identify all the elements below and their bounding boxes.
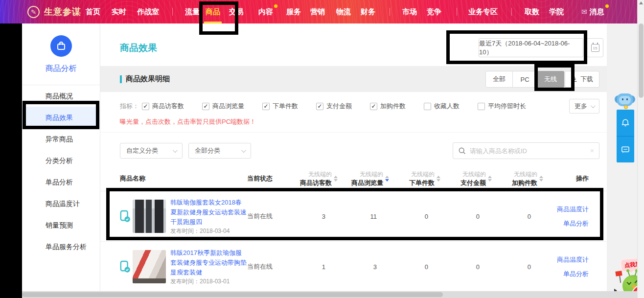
more-button[interactable]: 更多 [569,99,599,114]
sidebar-item-product-effect[interactable]: 商品效果 [22,107,100,128]
single-item-analysis-link[interactable]: 单品分析 [546,267,589,281]
nav-item-finance[interactable]: 财务 [361,0,375,23]
col-orders[interactable]: 无线端的下单件数 [391,170,443,187]
nav-item-traffic[interactable]: 流量 [185,0,200,23]
col-pageviews[interactable]: 无线端的商品浏览量 [340,170,391,187]
metric-checkbox[interactable]: 加购件数 [370,102,406,111]
download-button[interactable]: 下载 [565,71,599,88]
sort-control[interactable] [334,176,338,182]
sort-control[interactable] [437,176,440,182]
nav-item-content[interactable]: 内容 [258,0,273,23]
metric-checkbox[interactable]: 收藏人数 [424,102,460,111]
sidebar-item-single-item-analysis[interactable]: 单品分析 [22,171,100,193]
sidebar-item-abnormal-products[interactable]: 异常商品 [22,128,100,150]
product-title-link[interactable]: 韩版瑜伽服套装女2018春夏新款健身服女运动套装速干晨跑服四 [170,198,247,227]
checkbox-label: 收藏人数 [434,102,460,111]
product-image[interactable] [133,250,166,283]
nav-item-service[interactable]: 服务 [286,0,301,23]
scroll-up-arrow[interactable] [639,1,643,4]
top-navbar: ✎ 生意参谋 首页 实时 作战室 流量 商品 交易 内容 服务 营销 物流 财务… [0,0,637,23]
thermometer-link[interactable]: 商品温度计 [546,252,589,267]
nav-item-trade[interactable]: 交易 [229,0,244,23]
nav-item-data[interactable]: 取数 [525,0,539,23]
product-image[interactable] [133,200,166,233]
checkbox-icon [478,103,485,110]
metric-checkbox[interactable]: 商品访客数 [142,102,184,111]
custom-category-select[interactable]: 自定义分类 [120,143,183,159]
nav-item-academy[interactable]: 学院 [549,0,564,23]
metric-checkbox[interactable]: 支付金额 [316,102,352,111]
chevron-down-icon [241,148,246,153]
more-label: 更多 [575,102,587,111]
sidebar-item-single-item-service[interactable]: 单品服务分析 [22,236,100,257]
tab-pc[interactable]: PC [513,71,537,88]
metric-name: 加购件数 [512,179,537,187]
sidebar-item-sales-forecast[interactable]: 销量预测 [22,214,100,236]
sidebar-title: 商品分析 [22,64,100,74]
thermometer-link[interactable]: 商品温度计 [546,202,589,216]
orders-value: 0 [391,263,443,271]
nav-item-messages[interactable]: ✉ 消息 [581,0,604,23]
notifications-button[interactable] [617,110,634,136]
sidebar-item-product-thermometer[interactable]: 商品温度计 [22,193,100,214]
scrollbar-thumb[interactable] [639,23,644,98]
sort-control[interactable] [385,176,389,182]
horizontal-scrollbar[interactable] [22,291,637,298]
sidebar-item-category-analysis[interactable]: 分类分析 [22,150,100,171]
nav-item-marketing[interactable]: 营销 [310,0,325,23]
metric-name: 商品访客数 [300,179,332,187]
metric-checkbox[interactable]: 下单件数 [262,102,298,111]
nav-item-market[interactable]: 市场 [402,0,417,23]
product-cell: 韩版2017秋季新款瑜伽服套装健身服专业运动带胸垫显瘦套装健 发布时间：2018… [120,248,247,285]
sidebar-header: 商品分析 [22,23,100,85]
nav-item-realtime[interactable]: 实时 [112,0,126,23]
tab-wireless[interactable]: 无线 [537,71,564,88]
table-header: 商品名称 当前状态 无线端的商品访客数 无线端的商品浏览量 无线端的下单件数 无… [100,166,607,191]
visitors-value: 3 [289,213,340,220]
metric-checkbox[interactable]: 平均停留时长 [478,102,526,111]
sort-control[interactable] [488,176,492,182]
scrollbar-thumb[interactable] [22,292,443,297]
select-value: 自定义分类 [126,146,158,155]
feedback-button[interactable] [617,136,634,162]
nav-item-product[interactable]: 商品 [206,0,220,23]
publish-time: 发布时间：2018-03-01 [170,277,247,286]
checkbox-icon [142,103,149,110]
nav-item-business-zone[interactable]: 业务专区 [468,0,498,23]
col-payment[interactable]: 无线端的支付金额 [443,170,494,187]
sidebar-item-product-overview[interactable]: 商品概况 [22,85,100,107]
date-range-select[interactable]: 最近7天（2018-06-04~2018-06-10） [479,38,583,57]
single-item-analysis-link[interactable]: 单品分析 [546,216,589,230]
chevron-down-icon [591,103,596,108]
sort-control[interactable] [539,176,543,182]
section-title: 商品效果明细 [126,74,170,84]
col-cart-adds[interactable]: 无线端的加购件数 [494,170,546,187]
metric-name: 支付金额 [460,179,486,187]
nav-divider [172,8,173,16]
tab-all[interactable]: 全部 [485,71,513,88]
envelope-icon: ✉ [581,0,587,23]
search-input[interactable] [470,147,586,155]
chat-icon [621,145,630,155]
mascot-elephant[interactable] [615,93,635,110]
col-visitors[interactable]: 无线端的商品访客数 [289,170,340,187]
nav-item-logistics[interactable]: 物流 [336,0,351,23]
elephant-face [619,96,631,104]
product-title-link[interactable]: 韩版2017秋季新款瑜伽服套装健身服专业运动带胸垫显瘦套装健 [170,248,247,277]
checkbox-icon [316,103,323,110]
all-category-select[interactable]: 全部分类 [188,143,251,159]
nav-item-compete[interactable]: 竞争 [427,0,441,23]
checkbox-icon [424,103,431,110]
clear-icon[interactable]: × [590,147,594,155]
brand-logo[interactable]: ✎ 生意参谋 [27,0,81,23]
metric-checkbox[interactable]: 商品浏览量 [202,102,244,111]
pageviews-value: 11 [340,213,391,220]
vertical-scrollbar[interactable] [637,0,644,298]
metrics-label: 指标： [120,102,139,111]
table-row: 韩版2017秋季新款瑜伽服套装健身服专业运动带胸垫显瘦套装健 发布时间：2018… [100,242,607,292]
nav-item-warroom[interactable]: 作战室 [137,0,159,23]
nav-item-home[interactable]: 首页 [86,0,100,23]
calendar-button[interactable]: 15 [587,38,603,57]
mobile-verified-icon [120,260,131,274]
section-accent-bar [120,75,122,83]
